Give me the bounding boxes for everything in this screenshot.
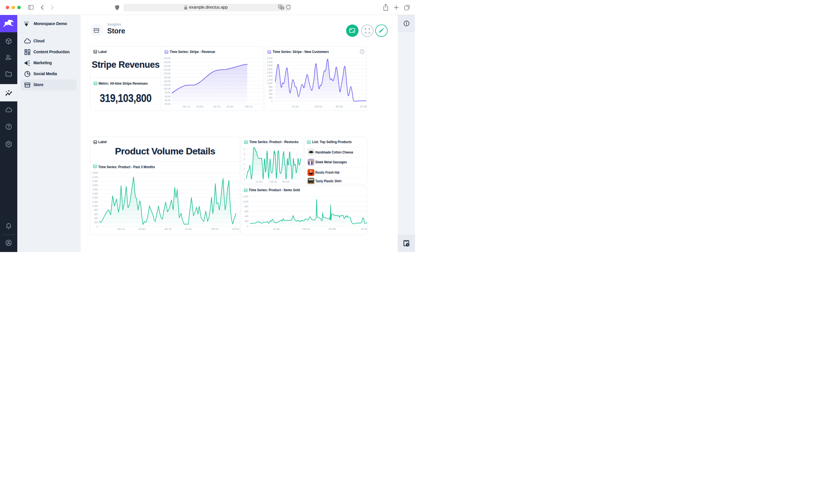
- svg-text:2,600: 2,600: [92, 171, 98, 174]
- svg-text:0: 0: [271, 100, 273, 103]
- svg-text:95.0K: 95.0K: [165, 91, 171, 94]
- svg-text:130.0K: 130.0K: [163, 65, 171, 67]
- svg-text:2,400: 2,400: [92, 175, 98, 178]
- svg-text:90.0K: 90.0K: [165, 95, 171, 98]
- svg-text:100.0K: 100.0K: [163, 87, 171, 90]
- svg-text:1,200: 1,200: [267, 78, 273, 81]
- svg-text:16 Feb: 16 Feb: [360, 105, 367, 108]
- svg-text:120.0K: 120.0K: [163, 72, 171, 75]
- svg-text:Feb '22: Feb '22: [302, 228, 310, 230]
- svg-text:1,800: 1,800: [92, 188, 98, 191]
- svg-text:115.0K: 115.0K: [164, 76, 171, 79]
- svg-text:1,200: 1,200: [92, 200, 98, 203]
- svg-text:Feb '22: Feb '22: [211, 228, 219, 230]
- svg-text:24 Jan: 24 Jan: [273, 228, 280, 230]
- svg-text:200: 200: [268, 96, 273, 99]
- svg-text:5: 5: [244, 153, 245, 156]
- svg-text:15 Dec: 15 Dec: [196, 105, 204, 108]
- svg-text:105.0K: 105.0K: [163, 83, 171, 87]
- svg-text:1,000: 1,000: [267, 82, 273, 85]
- svg-text:1,000: 1,000: [243, 200, 248, 203]
- svg-text:4: 4: [244, 163, 245, 166]
- svg-text:15 Jan: 15 Jan: [226, 105, 233, 108]
- svg-text:15 Feb: 15 Feb: [232, 228, 239, 230]
- svg-text:5: 5: [244, 158, 245, 160]
- svg-text:80.0K: 80.0K: [165, 103, 171, 105]
- svg-text:1,400: 1,400: [92, 196, 98, 199]
- svg-text:16 Feb: 16 Feb: [361, 228, 367, 230]
- svg-text:1: 1: [244, 178, 245, 180]
- svg-text:2,200: 2,200: [92, 180, 98, 182]
- svg-text:135.0K: 135.0K: [163, 61, 171, 64]
- svg-text:08 Feb: 08 Feb: [282, 180, 289, 183]
- svg-text:08 Feb: 08 Feb: [328, 228, 336, 230]
- svg-text:2,000: 2,000: [92, 184, 98, 187]
- svg-text:800: 800: [268, 86, 273, 89]
- svg-text:400: 400: [245, 215, 248, 218]
- svg-text:600: 600: [245, 210, 248, 213]
- svg-text:Jan '22: Jan '22: [164, 228, 171, 230]
- svg-text:2,400: 2,400: [267, 57, 273, 60]
- svg-text:85.0K: 85.0K: [165, 99, 171, 102]
- svg-text:24 Jan: 24 Jan: [256, 180, 262, 183]
- svg-text:Feb '22: Feb '22: [315, 105, 322, 108]
- svg-text:110.0K: 110.0K: [164, 80, 171, 83]
- svg-text:1,600: 1,600: [267, 71, 273, 74]
- svg-text:Dec '21: Dec '21: [117, 228, 125, 230]
- svg-text:2,000: 2,000: [267, 64, 273, 67]
- svg-text:2,200: 2,200: [267, 61, 273, 63]
- svg-text:1,600: 1,600: [92, 192, 98, 195]
- svg-text:600: 600: [268, 89, 273, 92]
- svg-text:Dec '21: Dec '21: [183, 105, 191, 108]
- svg-text:Feb '22: Feb '22: [269, 180, 277, 183]
- svg-text:200: 200: [245, 220, 248, 223]
- svg-text:15 Dec: 15 Dec: [138, 228, 146, 230]
- svg-text:0: 0: [97, 225, 98, 228]
- svg-text:200: 200: [94, 221, 98, 224]
- svg-text:400: 400: [268, 93, 273, 95]
- svg-text:800: 800: [245, 205, 248, 208]
- svg-text:6: 6: [244, 147, 245, 150]
- svg-text:400: 400: [94, 216, 98, 220]
- svg-text:15 Jan: 15 Jan: [185, 228, 192, 230]
- svg-text:3: 3: [244, 168, 245, 170]
- svg-text:0: 0: [247, 225, 248, 228]
- svg-text:140.0K: 140.0K: [163, 57, 171, 60]
- svg-text:800: 800: [94, 208, 98, 211]
- svg-text:Jan '22: Jan '22: [213, 105, 220, 108]
- svg-text:1,000: 1,000: [92, 204, 98, 207]
- svg-text:24 Jan: 24 Jan: [292, 105, 298, 108]
- svg-text:600: 600: [94, 212, 98, 215]
- svg-text:1,400: 1,400: [267, 75, 273, 77]
- svg-text:1,200: 1,200: [243, 195, 248, 198]
- svg-text:2: 2: [244, 173, 245, 176]
- svg-text:08 Feb: 08 Feb: [336, 105, 343, 108]
- svg-text:1,800: 1,800: [267, 68, 273, 71]
- svg-text:Feb '22: Feb '22: [245, 105, 252, 108]
- svg-text:125.0K: 125.0K: [163, 68, 171, 71]
